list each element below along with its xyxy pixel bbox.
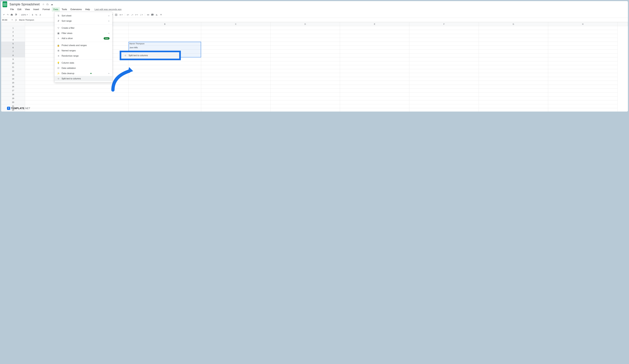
menu-split-text[interactable]: ⊹Split text to columns — [55, 76, 112, 81]
cell-C7[interactable] — [201, 50, 270, 53]
cell-H14[interactable] — [548, 77, 618, 81]
star-icon[interactable]: ☆ — [42, 3, 44, 6]
cell-F7[interactable] — [409, 50, 479, 53]
merge-button[interactable]: ▼ — [119, 13, 124, 16]
cell-D19[interactable] — [270, 97, 340, 100]
rotate-button[interactable]: ⤸ ▼ — [139, 13, 144, 16]
cell-H13[interactable] — [548, 73, 618, 77]
cell-D6[interactable] — [270, 46, 340, 50]
cell-F11[interactable] — [409, 65, 479, 69]
menu-sort-range[interactable]: ⇵Sort range▶ — [55, 18, 112, 23]
cell-E19[interactable] — [340, 97, 409, 100]
row-header-14[interactable]: 14 — [1, 77, 25, 81]
cell-G1[interactable] — [479, 26, 548, 30]
cell-F13[interactable] — [409, 73, 479, 77]
cell-E21[interactable] — [340, 104, 409, 108]
cell-G14[interactable] — [479, 77, 548, 81]
decimal-button[interactable]: .0 — [38, 13, 42, 16]
cell-E18[interactable] — [340, 93, 409, 97]
h-align-button[interactable]: ≡ ▼ — [126, 13, 130, 16]
menu-column-stats[interactable]: 💡Column stats — [55, 60, 112, 65]
row-header-6[interactable]: 6 — [1, 46, 25, 50]
cell-E12[interactable] — [340, 69, 409, 73]
col-header-D[interactable]: D — [270, 22, 340, 26]
cell-E9[interactable] — [340, 57, 409, 61]
cell-F9[interactable] — [409, 57, 479, 61]
cell-C9[interactable] — [201, 57, 270, 61]
menu-data-cleanup[interactable]: ✨Data cleanup▶ — [55, 71, 112, 76]
menu-edit[interactable]: Edit — [16, 7, 23, 11]
currency-button[interactable]: $ — [31, 13, 34, 16]
col-header-G[interactable]: G — [479, 22, 548, 26]
cell-E17[interactable] — [340, 89, 409, 93]
cell-E15[interactable] — [340, 81, 409, 85]
cell-H8[interactable] — [548, 53, 618, 57]
comment-button[interactable] — [150, 13, 155, 16]
cell-H11[interactable] — [548, 65, 618, 69]
cell-F2[interactable] — [409, 30, 479, 34]
cell-B1[interactable] — [129, 26, 201, 30]
cell-E14[interactable] — [340, 77, 409, 81]
row-header-19[interactable]: 19 — [1, 97, 25, 100]
cell-H22[interactable] — [548, 108, 618, 112]
row-header-5[interactable]: 5 — [1, 42, 25, 46]
cell-F20[interactable] — [409, 100, 479, 104]
cell-G8[interactable] — [479, 53, 548, 57]
cloud-icon[interactable]: ☁ — [51, 3, 53, 6]
cell-B14[interactable] — [129, 77, 201, 81]
filter-button[interactable] — [159, 13, 163, 16]
v-align-button[interactable]: ↓ ▼ — [130, 13, 134, 16]
cell-G22[interactable] — [479, 108, 548, 112]
cell-C19[interactable] — [201, 97, 270, 100]
cell-C2[interactable] — [201, 30, 270, 34]
row-header-1[interactable]: 1 — [1, 26, 25, 30]
cell-E3[interactable] — [340, 34, 409, 38]
cell-H3[interactable] — [548, 34, 618, 38]
cell-H9[interactable] — [548, 57, 618, 61]
cell-C17[interactable] — [201, 89, 270, 93]
cell-G15[interactable] — [479, 81, 548, 85]
menu-filter-views[interactable]: ▦Filter views▶ — [55, 31, 112, 36]
document-title[interactable]: Sample Spreadsheet — [9, 2, 40, 6]
cell-D15[interactable] — [270, 81, 340, 85]
cell-C15[interactable] — [201, 81, 270, 85]
cell-A21[interactable] — [25, 104, 129, 108]
cell-F6[interactable] — [409, 46, 479, 50]
cell-F15[interactable] — [409, 81, 479, 85]
cell-G18[interactable] — [479, 93, 548, 97]
cell-D12[interactable] — [270, 69, 340, 73]
menu-file[interactable]: File — [9, 7, 15, 11]
menu-help[interactable]: Help — [84, 7, 92, 11]
row-header-9[interactable]: 9 — [1, 57, 25, 61]
cell-A18[interactable] — [25, 93, 129, 97]
row-header-12[interactable]: 12 — [1, 69, 25, 73]
cell-E7[interactable] — [340, 50, 409, 53]
cell-E11[interactable] — [340, 65, 409, 69]
menu-randomize[interactable]: ⤨Randomize range — [55, 53, 112, 58]
cell-B3[interactable] — [129, 34, 201, 38]
cell-E16[interactable] — [340, 85, 409, 89]
cell-D13[interactable] — [270, 73, 340, 77]
cell-B10[interactable] — [129, 61, 201, 65]
cell-C4[interactable] — [201, 38, 270, 42]
cell-G11[interactable] — [479, 65, 548, 69]
cell-G13[interactable] — [479, 73, 548, 77]
cell-F5[interactable] — [409, 42, 479, 46]
menu-tools[interactable]: Tools — [60, 7, 69, 11]
row-header-3[interactable]: 3 — [1, 34, 25, 38]
cell-E2[interactable] — [340, 30, 409, 34]
cell-D20[interactable] — [270, 100, 340, 104]
menu-create-filter[interactable]: ▽Create a filter — [55, 25, 112, 31]
cell-B17[interactable] — [129, 89, 201, 93]
cell-D16[interactable] — [270, 85, 340, 89]
cell-C3[interactable] — [201, 34, 270, 38]
cell-B4[interactable] — [129, 38, 201, 42]
cell-C1[interactable] — [201, 26, 270, 30]
cell-A19[interactable] — [25, 97, 129, 100]
sheets-logo[interactable] — [2, 1, 7, 7]
cell-H20[interactable] — [548, 100, 618, 104]
callout-split-text[interactable]: ⊹Split text to columns — [121, 53, 179, 58]
menu-sort-sheet[interactable]: ⇅Sort sheet▶ — [55, 13, 112, 18]
cell-G9[interactable] — [479, 57, 548, 61]
cell-B6[interactable]: Jane Mills — [129, 46, 201, 50]
